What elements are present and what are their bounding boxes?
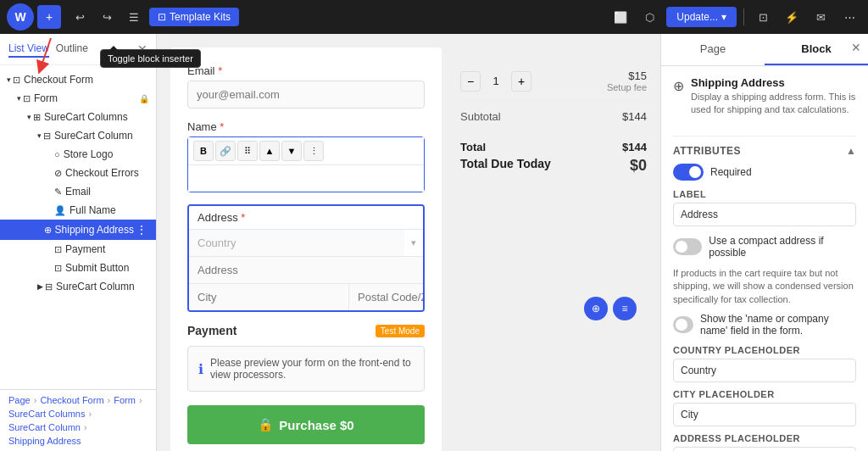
address-country-row: Country ▾: [189, 230, 423, 257]
country-placeholder-input[interactable]: [673, 359, 856, 382]
toolbar-drag-button[interactable]: ⠿: [237, 141, 258, 161]
sidebar-item-email[interactable]: ✎ Email: [0, 182, 156, 201]
toolbar-up-button[interactable]: ▲: [259, 141, 280, 161]
compact-toggle[interactable]: [673, 238, 702, 255]
toolbar-more-button[interactable]: ⋮: [303, 141, 324, 161]
name-label: Name *: [187, 120, 425, 133]
breadcrumb-surecart-columns[interactable]: SureCart Columns: [8, 409, 85, 419]
address-street-input[interactable]: [189, 257, 423, 284]
collapse-button[interactable]: ▲: [846, 145, 856, 157]
canvas-control-2[interactable]: ≡: [613, 297, 637, 320]
layout-icon-button[interactable]: ⊡: [751, 5, 775, 29]
test-mode-badge: Test Mode: [376, 325, 425, 337]
breadcrumb-form[interactable]: Form: [114, 395, 136, 405]
panel-section-title: Shipping Address: [691, 76, 856, 89]
payment-preview: ℹ Please preview your form on the front-…: [187, 346, 425, 392]
label-field-label: LABEL: [673, 189, 856, 199]
sidebar-tabs: List View Outline: [8, 41, 88, 58]
email-icon: ✎: [54, 187, 62, 198]
breadcrumb-page[interactable]: Page: [8, 395, 31, 405]
full-name-icon: 👤: [54, 205, 66, 216]
store-logo-icon: ○: [54, 149, 60, 159]
more-button[interactable]: ⋯: [837, 5, 861, 29]
options-button[interactable]: ⋮: [134, 223, 149, 237]
checkout-form-icon: ⊡: [13, 75, 20, 86]
name-field-group: Name * B 🔗 ⠿ ▲ ▼ ⋮: [187, 120, 425, 192]
address-required: *: [241, 211, 245, 224]
postal-input[interactable]: [348, 284, 425, 310]
sidebar-item-surecart-column-1[interactable]: ▾ ⊟ SureCart Column: [0, 126, 156, 145]
template-kits-button[interactable]: ⊡ Template Kits: [149, 8, 239, 26]
attributes-title: Attributes: [673, 145, 741, 157]
sidebar-item-shipping-address[interactable]: ⊕ Shipping Address ⋮: [0, 220, 156, 240]
list-view-button[interactable]: ☰: [122, 5, 146, 29]
payment-title: Payment: [187, 324, 236, 337]
breadcrumb-surecart-column[interactable]: SureCart Column: [8, 422, 81, 432]
right-panel: Page Block ✕ ⊕ Shipping Address Display …: [660, 34, 868, 451]
info-icon: ℹ: [198, 361, 203, 377]
sidebar-item-payment[interactable]: ⊡ Payment: [0, 240, 156, 259]
sidebar-item-checkout-form[interactable]: ▾ ⊡ Checkout Form: [0, 70, 156, 89]
shipping-address-panel-icon: ⊕: [673, 78, 684, 94]
toolbar-bold-button[interactable]: B: [193, 141, 214, 161]
city-input[interactable]: [189, 284, 348, 310]
email-input[interactable]: [187, 81, 425, 109]
tab-list-view[interactable]: List View: [8, 41, 49, 58]
required-toggle[interactable]: [673, 164, 704, 181]
sidebar-item-surecart-column-2[interactable]: ▶ ⊟ SureCart Column: [0, 277, 156, 296]
name-input[interactable]: [188, 165, 424, 192]
toolbar-down-button[interactable]: ▼: [281, 141, 302, 161]
breadcrumb-sep-5: ›: [84, 422, 87, 432]
columns-icon: ⊞: [33, 112, 41, 123]
sidebar-item-full-name[interactable]: 👤 Full Name: [0, 201, 156, 220]
address-block: Address * Country ▾: [187, 204, 425, 312]
wp-logo[interactable]: W: [7, 3, 34, 31]
mail-button[interactable]: ✉: [809, 5, 832, 29]
breadcrumb-checkout-form[interactable]: Checkout Form: [40, 395, 103, 405]
payment-icon: ⊡: [54, 244, 62, 255]
order-qty-row: − 1 + $15 Setup fee: [460, 70, 647, 92]
tab-page[interactable]: Page: [661, 34, 765, 65]
column2-icon: ⊟: [45, 281, 53, 292]
chevron-down-icon: ▾: [7, 75, 11, 84]
sidebar-item-checkout-errors[interactable]: ⊘ Checkout Errors: [0, 164, 156, 182]
panel-divider-1: [673, 136, 856, 136]
email-field-group: Email *: [187, 64, 425, 109]
qty-minus-button[interactable]: −: [460, 71, 481, 92]
form-icon: ⊡: [23, 93, 31, 104]
country-select[interactable]: Country: [189, 230, 404, 256]
add-block-button[interactable]: +: [37, 5, 61, 29]
subtotal-row: Subtotal $144: [460, 110, 647, 123]
toolbar-link-button[interactable]: 🔗: [215, 141, 236, 161]
label-input[interactable]: [673, 203, 856, 226]
form-panel: Email * Name * B 🔗 ⠿: [170, 47, 442, 451]
city-placeholder-input[interactable]: [673, 403, 856, 426]
address-placeholder-input[interactable]: [673, 447, 856, 451]
redo-button[interactable]: ↪: [95, 5, 119, 29]
sidebar-item-surecart-columns[interactable]: ▾ ⊞ SureCart Columns: [0, 108, 156, 126]
qty-plus-button[interactable]: +: [511, 71, 531, 92]
column-icon: ⊟: [43, 131, 51, 142]
sidebar-item-submit-button[interactable]: ⊡ Submit Button: [0, 259, 156, 277]
lightning-button[interactable]: ⚡: [780, 5, 804, 29]
panel-close-button[interactable]: ✕: [851, 41, 861, 54]
canvas-control-1[interactable]: ⊕: [584, 297, 608, 320]
canvas-bottom-bar: ⊕ ≡: [460, 290, 647, 327]
preview-button[interactable]: ⬜: [609, 5, 632, 29]
company-toggle[interactable]: [673, 316, 693, 333]
sidebar-item-form[interactable]: ▾ ⊡ Form 🔒: [0, 89, 156, 108]
qty-controls: − 1 +: [460, 70, 531, 92]
topbar-right: ⬜ ⬡ Update... ▾ ⊡ ⚡ ✉ ⋯: [609, 5, 861, 29]
sidebar-item-store-logo[interactable]: ○ Store Logo: [0, 145, 156, 164]
total-value: $144: [622, 141, 647, 153]
tab-outline[interactable]: Outline: [56, 41, 88, 58]
name-field-wrapper: B 🔗 ⠿ ▲ ▼ ⋮: [187, 136, 425, 192]
purchase-button[interactable]: 🔒 Purchase $0: [187, 405, 425, 444]
compact-toggle-row: Use a compact address if possible: [673, 235, 856, 259]
undo-button[interactable]: ↩: [68, 5, 92, 29]
update-button[interactable]: Update... ▾: [666, 7, 737, 27]
city-placeholder-label: CITY PLACEHOLDER: [673, 389, 856, 399]
breadcrumb-sep-2: ›: [108, 395, 111, 405]
external-link-button[interactable]: ⬡: [637, 5, 661, 29]
breadcrumb-shipping-address[interactable]: Shipping Address: [8, 436, 81, 446]
